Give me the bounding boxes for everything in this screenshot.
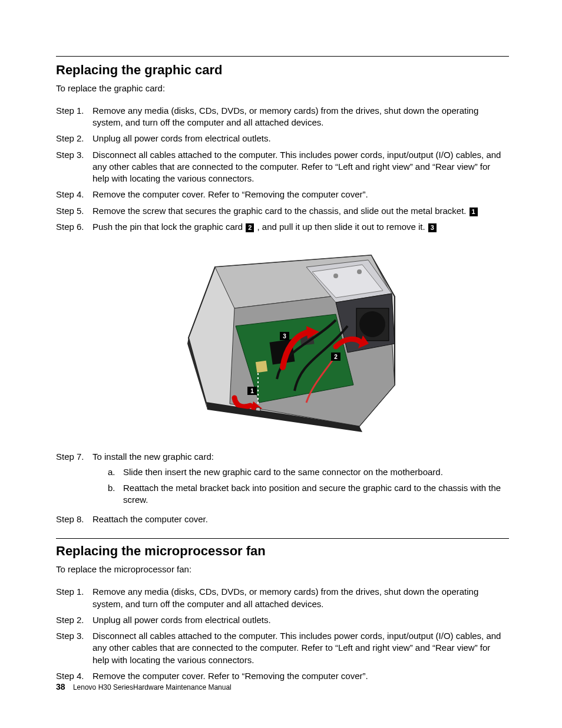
step-label: Step 1.: [56, 105, 92, 117]
step-text: Unplug all power cords from electrical o…: [92, 614, 509, 626]
substep-row: b. Reattach the metal bracket back into …: [108, 482, 509, 506]
step-row: Step 2. Unplug all power cords from elec…: [56, 133, 509, 144]
callout-badge: 1: [470, 207, 478, 216]
page-number: 38: [56, 682, 65, 691]
svg-point-9: [359, 311, 385, 337]
step-text-part: , and pull it up then slide it out to re…: [254, 222, 428, 232]
step-label: Step 3.: [56, 630, 92, 642]
section-intro-graphic-card: To replace the graphic card:: [56, 83, 509, 94]
step-text-part: To install the new graphic card:: [92, 452, 214, 462]
step-row: Step 4. Remove the computer cover. Refer…: [56, 189, 509, 200]
step-text: Remove the screw that secures the graphi…: [92, 205, 509, 217]
step-label: Step 8.: [56, 513, 92, 525]
doc-title-footer: Lenovo H30 SeriesHardware Maintenance Ma…: [73, 683, 232, 691]
figure-graphic-card: 1 2 3: [56, 243, 509, 444]
step-row: Step 4. Remove the computer cover. Refer…: [56, 670, 509, 682]
step-label: Step 7.: [56, 451, 92, 463]
section-intro-microprocessor-fan: To replace the microprocessor fan:: [56, 564, 509, 575]
section-heading-graphic-card: Replacing the graphic card: [56, 61, 509, 79]
figure-callout-2: 2: [331, 353, 340, 361]
step-text: Remove the computer cover. Refer to “Rem…: [92, 189, 509, 200]
step-row: Step 3. Disconnect all cables attached t…: [56, 630, 509, 666]
steps-graphic-card-cont: Step 7. To install the new graphic card:…: [56, 451, 509, 525]
svg-text:2: 2: [334, 354, 338, 360]
substep-label: a.: [108, 466, 123, 478]
step-label: Step 5.: [56, 205, 92, 217]
step-label: Step 4.: [56, 189, 92, 200]
step-row: Step 2. Unplug all power cords from elec…: [56, 614, 509, 626]
page-footer: 38 Lenovo H30 SeriesHardware Maintenance…: [56, 681, 232, 693]
svg-text:1: 1: [250, 388, 254, 394]
rule-mid: [56, 538, 509, 539]
substep-row: a. Slide then insert the new graphic car…: [108, 466, 509, 478]
step-text: Remove any media (disks, CDs, DVDs, or m…: [92, 586, 509, 610]
step-row: Step 5. Remove the screw that secures th…: [56, 205, 509, 217]
step-row: Step 1. Remove any media (disks, CDs, DV…: [56, 105, 509, 129]
step-text-part: Remove the screw that secures the graphi…: [92, 206, 469, 216]
step-label: Step 2.: [56, 614, 92, 626]
step-text: To install the new graphic card: a. Slid…: [92, 451, 509, 509]
step-row: Step 3. Disconnect all cables attached t…: [56, 149, 509, 185]
substep-label: b.: [108, 482, 123, 494]
step-label: Step 1.: [56, 586, 92, 598]
substep-text: Reattach the metal bracket back into pos…: [123, 482, 509, 506]
svg-text:3: 3: [283, 333, 286, 340]
figure-callout-1: 1: [247, 387, 257, 395]
steps-graphic-card: Step 1. Remove any media (disks, CDs, DV…: [56, 105, 509, 233]
step-text: Reattach the computer cover.: [92, 513, 509, 525]
figure-callout-3: 3: [280, 332, 289, 340]
svg-point-5: [333, 274, 338, 278]
substep-text: Slide then insert the new graphic card t…: [123, 466, 443, 478]
step-label: Step 2.: [56, 133, 92, 144]
step-text: Disconnect all cables attached to the co…: [92, 630, 509, 666]
callout-badge: 3: [428, 223, 437, 232]
step-row: Step 8. Reattach the computer cover.: [56, 513, 509, 525]
section-heading-microprocessor-fan: Replacing the microprocessor fan: [56, 542, 509, 560]
callout-badge: 2: [246, 223, 254, 232]
step-label: Step 3.: [56, 149, 92, 161]
step-row: Step 6. Push the pin that lock the graph…: [56, 221, 509, 233]
step-label: Step 4.: [56, 670, 92, 682]
substeps: a. Slide then insert the new graphic car…: [92, 466, 509, 506]
step-text: Unplug all power cords from electrical o…: [92, 133, 509, 144]
rule-top: [56, 56, 509, 57]
step-text: Remove any media (disks, CDs, DVDs, or m…: [92, 105, 509, 129]
step-text-part: Push the pin that lock the graphic card: [92, 222, 245, 232]
manual-page: Replacing the graphic card To replace th…: [0, 0, 562, 728]
figure-svg: 1 2 3: [159, 243, 406, 444]
step-label: Step 6.: [56, 221, 92, 233]
svg-rect-13: [255, 361, 267, 373]
step-text: Remove the computer cover. Refer to “Rem…: [92, 670, 509, 682]
step-text: Push the pin that lock the graphic card …: [92, 221, 509, 233]
svg-point-6: [357, 269, 362, 274]
steps-microprocessor-fan: Step 1. Remove any media (disks, CDs, DV…: [56, 586, 509, 682]
step-row: Step 1. Remove any media (disks, CDs, DV…: [56, 586, 509, 610]
step-text: Disconnect all cables attached to the co…: [92, 149, 509, 185]
step-row: Step 7. To install the new graphic card:…: [56, 451, 509, 509]
